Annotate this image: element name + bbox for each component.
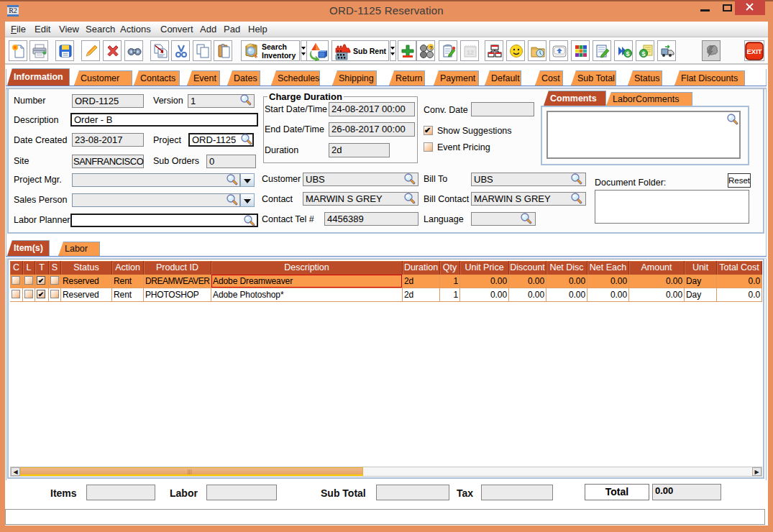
svg-text:$: $ — [642, 50, 646, 58]
svg-text:?: ? — [429, 45, 433, 51]
svg-text:12: 12 — [467, 49, 474, 56]
svg-text:EXIT: EXIT — [747, 47, 762, 55]
svg-text:$: $ — [626, 50, 630, 58]
